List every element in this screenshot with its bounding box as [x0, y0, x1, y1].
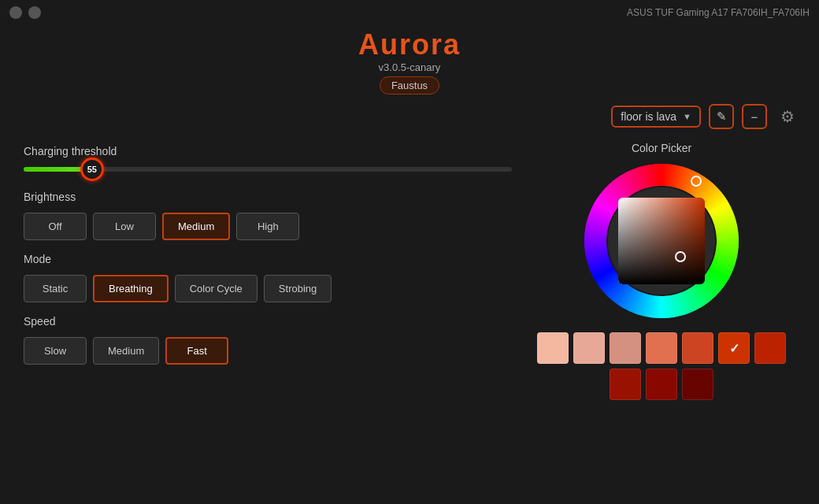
color-swatch-7[interactable] [610, 369, 641, 400]
profile-dropdown[interactable]: floor is lava ▼ [611, 106, 701, 128]
mode-btn-breathing[interactable]: Breathing [93, 275, 169, 302]
charging-threshold-label: Charging threshold [24, 145, 512, 158]
color-swatch-3[interactable] [646, 332, 677, 364]
brightness-btn-low[interactable]: Low [93, 213, 156, 240]
mode-label: Mode [24, 253, 512, 265]
color-swatch-4[interactable] [682, 332, 713, 364]
color-square-gradient [618, 198, 705, 284]
brightness-section: Brightness OffLowMediumHigh [24, 191, 512, 240]
color-swatch-6[interactable] [754, 332, 786, 364]
brightness-button-group: OffLowMediumHigh [24, 213, 512, 240]
color-swatches [528, 332, 795, 400]
profile-name: floor is lava [621, 110, 676, 123]
settings-icon: ⚙ [780, 107, 795, 126]
brightness-btn-medium[interactable]: Medium [162, 213, 230, 240]
toolbar: floor is lava ▼ ✎ − ⚙ [0, 99, 819, 134]
speed-label: Speed [24, 315, 512, 328]
right-panel: Color Picker [528, 142, 795, 400]
color-swatch-5[interactable] [718, 332, 750, 364]
color-square[interactable] [618, 198, 705, 284]
chevron-down-icon: ▼ [683, 112, 691, 121]
color-swatch-0[interactable] [537, 332, 569, 364]
mode-section: Mode StaticBreathingColor CycleStrobing [24, 253, 512, 302]
minus-icon: − [751, 110, 758, 124]
edit-profile-button[interactable]: ✎ [709, 104, 734, 129]
mode-btn-color-cycle[interactable]: Color Cycle [175, 275, 258, 302]
color-picker-label: Color Picker [632, 142, 691, 154]
color-wheel-wrapper[interactable] [583, 162, 740, 320]
settings-button[interactable]: ⚙ [775, 104, 800, 129]
mode-btn-strobing[interactable]: Strobing [264, 275, 332, 302]
title-bar: × − ASUS TUF Gaming A17 FA706IH_FA706IH [0, 0, 819, 25]
left-panel: Charging threshold 55 Brightness OffLowM… [24, 142, 512, 400]
close-button[interactable]: × [9, 6, 22, 19]
color-swatch-9[interactable] [682, 369, 713, 400]
window-controls: × − [9, 6, 41, 19]
device-name: ASUS TUF Gaming A17 FA706IH_FA706IH [627, 7, 810, 18]
speed-section: Speed SlowMediumFast [24, 315, 512, 365]
mode-button-group: StaticBreathingColor CycleStrobing [24, 275, 512, 302]
app-title: Aurora [0, 28, 819, 61]
speed-btn-medium[interactable]: Medium [93, 337, 159, 365]
edit-icon: ✎ [717, 109, 727, 124]
charging-threshold-slider-container: 55 [24, 167, 512, 172]
speed-button-group: SlowMediumFast [24, 337, 512, 365]
color-swatch-1[interactable] [573, 332, 605, 364]
app-header: Aurora v3.0.5-canary Faustus [0, 25, 819, 99]
speed-btn-slow[interactable]: Slow [24, 337, 87, 365]
color-swatch-8[interactable] [646, 369, 677, 400]
charging-threshold-section: Charging threshold 55 [24, 145, 512, 172]
main-content: Charging threshold 55 Brightness OffLowM… [0, 134, 819, 408]
app-version: v3.0.5-canary [0, 61, 819, 73]
speed-btn-fast[interactable]: Fast [165, 337, 228, 365]
mode-btn-static[interactable]: Static [24, 275, 87, 302]
brightness-btn-off[interactable]: Off [24, 213, 87, 240]
minimize-button[interactable]: − [28, 6, 41, 19]
color-swatch-2[interactable] [610, 332, 641, 364]
profile-badge: Faustus [380, 76, 439, 94]
remove-profile-button[interactable]: − [742, 104, 767, 129]
brightness-btn-high[interactable]: High [236, 213, 299, 240]
brightness-label: Brightness [24, 191, 512, 203]
